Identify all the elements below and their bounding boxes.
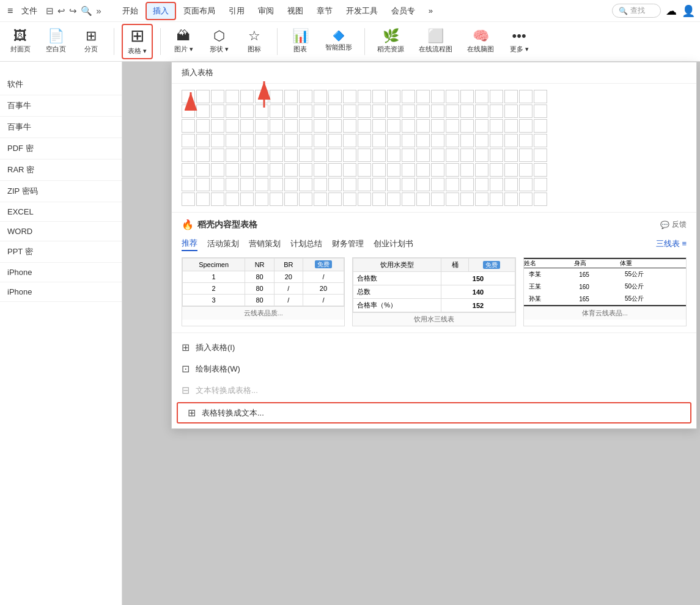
grid-cell[interactable] xyxy=(240,163,254,177)
grid-cell[interactable] xyxy=(358,148,371,162)
tab-marketing[interactable]: 营销策划 xyxy=(249,237,281,251)
grid-cell[interactable] xyxy=(299,119,312,133)
grid-cell[interactable] xyxy=(460,90,474,103)
grid-cell[interactable] xyxy=(314,105,327,118)
grid-cell[interactable] xyxy=(519,193,532,206)
text-to-table-menu-item[interactable]: ⊟ 文本转换成表格... xyxy=(172,380,696,401)
grid-cell[interactable] xyxy=(504,90,518,103)
grid-cell[interactable] xyxy=(490,105,503,118)
grid-cell[interactable] xyxy=(372,90,386,103)
grid-cell[interactable] xyxy=(299,148,312,162)
grid-cell[interactable] xyxy=(475,134,488,147)
grid-cell[interactable] xyxy=(387,178,400,191)
tab-review[interactable]: 审阅 xyxy=(252,3,280,19)
grid-cell[interactable] xyxy=(387,163,400,177)
grid-cell[interactable] xyxy=(226,193,239,206)
grid-cell[interactable] xyxy=(504,148,518,162)
image-button[interactable]: 🏔 图片 ▾ xyxy=(168,27,199,56)
grid-cell[interactable] xyxy=(504,178,518,191)
online-flow-button[interactable]: ⬜ 在线流程图 xyxy=(414,27,457,56)
sidebar-item-ppt[interactable]: PPT 密 xyxy=(0,241,122,263)
sport-table-preview[interactable]: 姓名 身高 体重 李某 165 55公斤 xyxy=(523,257,687,326)
grid-cell[interactable] xyxy=(475,163,488,177)
grid-cell[interactable] xyxy=(519,105,532,118)
blank-page-button[interactable]: 📄 空白页 xyxy=(40,27,71,56)
page-break-button[interactable]: ⊞ 分页 xyxy=(76,27,106,56)
grid-cell[interactable] xyxy=(446,163,459,177)
grid-cell[interactable] xyxy=(372,178,386,191)
grid-cell[interactable] xyxy=(387,148,400,162)
hamburger-menu-icon[interactable]: ≡ xyxy=(5,4,15,18)
undo-icon[interactable]: ↩ xyxy=(57,6,65,16)
more-button[interactable]: ••• 更多 ▾ xyxy=(504,27,534,56)
grid-cell[interactable] xyxy=(490,178,503,191)
grid-cell[interactable] xyxy=(196,105,210,118)
grid-cell[interactable] xyxy=(343,90,356,103)
tab-finance[interactable]: 财务管理 xyxy=(332,237,364,251)
grid-cell[interactable] xyxy=(240,134,254,147)
grid-cell[interactable] xyxy=(284,105,298,118)
grid-cell[interactable] xyxy=(416,90,430,103)
grid-cell[interactable] xyxy=(211,148,224,162)
tab-plan[interactable]: 计划总结 xyxy=(290,237,322,251)
sidebar-item-b1[interactable]: 百事牛 xyxy=(0,95,122,117)
grid-cell[interactable] xyxy=(196,148,210,162)
grid-cell[interactable] xyxy=(460,178,474,191)
grid-cell[interactable] xyxy=(446,134,459,147)
grid-cell[interactable] xyxy=(372,105,386,118)
grid-cell[interactable] xyxy=(240,119,254,133)
grid-cell[interactable] xyxy=(372,193,386,206)
grid-cell[interactable] xyxy=(358,134,371,147)
sidebar-item-pdf[interactable]: PDF 密 xyxy=(0,138,122,160)
grid-cell[interactable] xyxy=(446,148,459,162)
grid-cell[interactable] xyxy=(211,178,224,191)
grid-cell[interactable] xyxy=(475,105,488,118)
grid-cell[interactable] xyxy=(226,163,239,177)
grid-cell[interactable] xyxy=(402,105,415,118)
grid-cell[interactable] xyxy=(182,178,195,191)
user-icon[interactable]: 👤 xyxy=(682,4,695,18)
tab-start[interactable]: 开始 xyxy=(116,3,144,19)
grid-cell[interactable] xyxy=(211,193,224,206)
grid-cell[interactable] xyxy=(226,105,239,118)
grid-cell[interactable] xyxy=(431,178,444,191)
tab-more[interactable]: » xyxy=(422,4,439,18)
grid-cell[interactable] xyxy=(226,119,239,133)
smartart-button[interactable]: 🔷 智能图形 xyxy=(320,29,357,54)
grid-cell[interactable] xyxy=(196,134,210,147)
grid-cell[interactable] xyxy=(343,193,356,206)
grid-cell[interactable] xyxy=(387,119,400,133)
grid-cell[interactable] xyxy=(475,90,488,103)
grid-cell[interactable] xyxy=(460,105,474,118)
grid-cell[interactable] xyxy=(328,119,342,133)
grid-cell[interactable] xyxy=(299,90,312,103)
search-box[interactable]: 🔍 查找 xyxy=(612,4,661,18)
grid-cell[interactable] xyxy=(182,119,195,133)
tab-reference[interactable]: 引用 xyxy=(223,3,251,19)
grid-cell[interactable] xyxy=(284,119,298,133)
grid-cell[interactable] xyxy=(534,134,547,147)
grid-cell[interactable] xyxy=(196,163,210,177)
grid-cell[interactable] xyxy=(534,163,547,177)
grid-cell[interactable] xyxy=(534,148,547,162)
grid-cell[interactable] xyxy=(460,148,474,162)
save-icon[interactable]: ⊟ xyxy=(46,6,54,16)
grid-cell[interactable] xyxy=(255,134,268,147)
grid-cell[interactable] xyxy=(255,119,268,133)
drinking-table-preview[interactable]: 饮用水类型 桶 免费 合格数 150 总数 xyxy=(352,257,515,326)
grid-cell[interactable] xyxy=(402,193,415,206)
grid-cell[interactable] xyxy=(226,178,239,191)
grid-cell[interactable] xyxy=(182,134,195,147)
grid-cell[interactable] xyxy=(211,134,224,147)
sidebar-item-rar[interactable]: RAR 密 xyxy=(0,160,122,181)
grid-cell[interactable] xyxy=(328,178,342,191)
grid-cell[interactable] xyxy=(270,105,283,118)
grid-cell[interactable] xyxy=(240,148,254,162)
chart-button[interactable]: 📊 图表 xyxy=(285,27,315,56)
grid-cell[interactable] xyxy=(270,119,283,133)
grid-cell[interactable] xyxy=(519,163,532,177)
more-quick-icon[interactable]: » xyxy=(96,6,101,16)
grid-cell[interactable] xyxy=(196,178,210,191)
feedback-button[interactable]: 💬 反馈 xyxy=(660,219,687,230)
grid-cell[interactable] xyxy=(358,105,371,118)
